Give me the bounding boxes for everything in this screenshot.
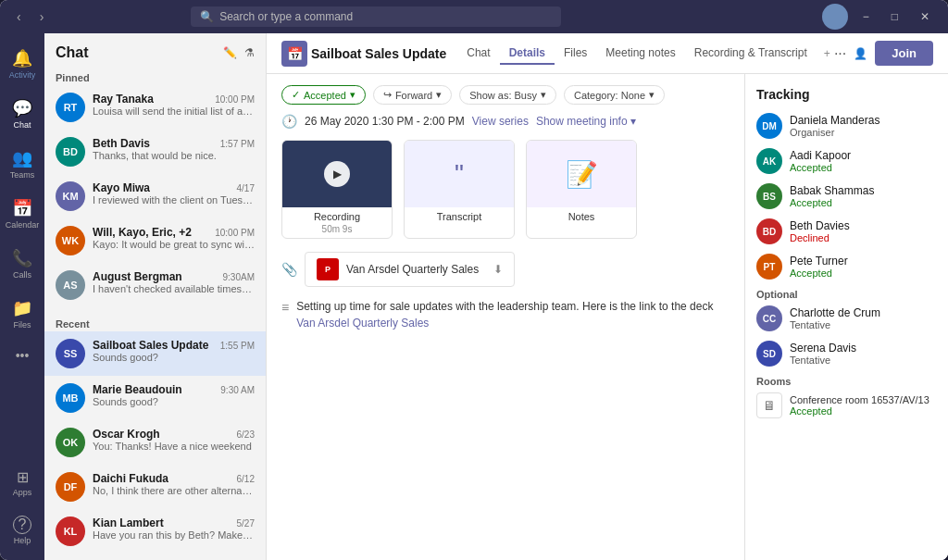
tab-meetingnotes[interactable]: Meeting notes [596, 43, 684, 65]
list-item[interactable]: RT Ray Tanaka 10:00 PM Louisa will send … [44, 85, 266, 130]
forward-label: Forward [395, 90, 432, 101]
sidebar-label-chat: Chat [13, 120, 31, 130]
sidebar-item-chat[interactable]: 💬 Chat [0, 91, 44, 137]
join-button[interactable]: Join [875, 41, 933, 66]
chat-time: 4/17 [237, 183, 255, 193]
chat-name: Kian Lambert [93, 516, 164, 529]
person-name: Aadi Kapoor [790, 149, 851, 162]
sidebar-item-teams[interactable]: 👥 Teams [0, 141, 44, 187]
sidebar-item-apps[interactable]: ⊞ Apps [0, 461, 44, 504]
tab-files[interactable]: Files [555, 43, 596, 65]
sidebar-label-files: Files [13, 320, 31, 330]
notes-card[interactable]: 📝 Notes [526, 140, 637, 239]
message-link[interactable]: Van Arsdel Quarterly Sales [296, 317, 429, 330]
restore-button[interactable]: □ [884, 8, 905, 25]
sidebar-label-activity: Activity [9, 70, 36, 80]
compose-icon[interactable]: ✏️ [223, 46, 237, 59]
play-button[interactable]: ▶ [324, 161, 350, 187]
chat-info: Marie Beaudouin 9:30 AM Sounds good? [93, 383, 255, 407]
list-item[interactable]: DF Daichi Fukuda 6/12 No, I think there … [44, 465, 266, 509]
attachment-file[interactable]: P Van Arsdel Quarterly Sales ⬇ [305, 252, 515, 287]
sidebar-item-more[interactable]: ••• [0, 341, 44, 370]
attachment-row: 📎 P Van Arsdel Quarterly Sales ⬇ [281, 252, 730, 287]
recording-thumb: ▶ [281, 141, 393, 207]
sidebar-item-files[interactable]: 📁 Files [0, 291, 44, 337]
meeting-tabs: ChatDetailsFilesMeeting notesRecording &… [457, 43, 817, 65]
chat-info: Oscar Krogh 6/23 You: Thanks! Have a nic… [93, 428, 255, 452]
chat-icon: 💬 [12, 98, 32, 118]
avatar: BS [756, 183, 782, 209]
transcript-card[interactable]: " Transcript [404, 140, 515, 239]
list-item[interactable]: TD Team Design Effort 5/2 Reta: Let's se… [44, 554, 266, 561]
chat-time: 10:00 PM [215, 228, 255, 238]
sidebar-item-help[interactable]: ? Help [0, 508, 44, 553]
list-item[interactable]: MB Marie Beaudouin 9:30 AM Sounds good? [44, 376, 266, 420]
list-item[interactable]: KM Kayo Miwa 4/17 I reviewed with the cl… [44, 174, 266, 218]
search-bar[interactable]: 🔍 Search or type a command [191, 6, 561, 27]
list-item[interactable]: AS August Bergman 9:30AM I haven't check… [44, 263, 266, 307]
recording-card[interactable]: ▶ Recording 50m 9s [281, 140, 393, 239]
forward-pill[interactable]: ↪ Forward ▾ [373, 85, 452, 105]
list-icon: ≡ [281, 300, 289, 315]
avatar: KL [56, 516, 85, 546]
accepted-label: Accepted [304, 90, 346, 101]
more-options-button[interactable]: ··· [834, 45, 846, 62]
list-item[interactable]: OK Oscar Krogh 6/23 You: Thanks! Have a … [44, 420, 266, 465]
add-tab-button[interactable]: + [824, 47, 830, 60]
chat-name: Ray Tanaka [93, 93, 154, 106]
accepted-pill[interactable]: ✓ Accepted ▾ [281, 85, 366, 105]
chat-preview: Sounds good? [93, 396, 255, 407]
time-row: 🕐 26 May 2020 1:30 PM - 2:00 PM View ser… [281, 114, 730, 129]
sidebar-label-calendar: Calendar [6, 220, 40, 230]
sidebar-item-calendar[interactable]: 📅 Calendar [0, 191, 44, 237]
tab-details[interactable]: Details [500, 43, 555, 65]
forward-button[interactable]: › [34, 7, 50, 26]
tab-chat[interactable]: Chat [457, 43, 499, 65]
avatar: MB [56, 383, 85, 413]
close-button[interactable]: ✕ [913, 8, 937, 25]
pinned-chat-list: RT Ray Tanaka 10:00 PM Louisa will send … [44, 85, 266, 315]
tracking-person: BD Beth Davies Declined [756, 218, 937, 244]
title-bar-nav: ‹ › [11, 7, 49, 26]
transcript-sub [458, 224, 461, 238]
search-placeholder: Search or type a command [219, 10, 353, 23]
avatar: KM [56, 181, 85, 211]
back-button[interactable]: ‹ [11, 7, 27, 26]
chat-name: Will, Kayo, Eric, +2 [93, 226, 192, 239]
person-status: Tentative [790, 355, 856, 366]
sidebar-item-activity[interactable]: 🔔 Activity [0, 41, 44, 87]
chat-preview: No, I think there are other alternatives… [93, 485, 255, 496]
filter-icon[interactable]: ⚗ [244, 46, 255, 59]
list-item[interactable]: KL Kian Lambert 5/27 Have you ran this b… [44, 509, 266, 554]
show-meeting-info-link[interactable]: Show meeting info ▾ [536, 115, 636, 128]
recent-label: Recent [44, 315, 266, 331]
category-pill[interactable]: Category: None ▾ [564, 85, 665, 105]
person-status: Accepted [790, 197, 874, 208]
chat-preview: You: Thanks! Have a nice weekend [93, 441, 255, 452]
files-icon: 📁 [12, 298, 32, 318]
optional-label: Optional [756, 289, 937, 300]
chat-time: 6/12 [237, 474, 255, 484]
chat-info: Daichi Fukuda 6/12 No, I think there are… [93, 472, 255, 496]
activity-icon: 🔔 [12, 48, 32, 68]
sidebar-item-calls[interactable]: 📞 Calls [0, 241, 44, 287]
list-item[interactable]: WK Will, Kayo, Eric, +2 10:00 PM Kayo: I… [44, 218, 266, 263]
tracking-panel: Tracking DM Daniela Manderas Organiser A… [744, 74, 948, 560]
chat-name: Oscar Krogh [93, 428, 160, 441]
show-as-pill[interactable]: Show as: Busy ▾ [459, 85, 556, 105]
sidebar-label-apps: Apps [13, 488, 32, 497]
minimize-button[interactable]: − [855, 8, 877, 25]
notes-sub [580, 224, 583, 238]
chat-preview: I reviewed with the client on Tuesda... [93, 194, 255, 205]
list-item[interactable]: SS Sailboat Sales Update 1:55 PM Sounds … [44, 331, 266, 376]
user-avatar[interactable] [822, 4, 848, 30]
tab-recording[interactable]: Recording & Transcript [685, 43, 817, 65]
view-series-link[interactable]: View series [472, 115, 529, 128]
avatar: CC [756, 305, 782, 331]
list-item[interactable]: BD Beth Davis 1:57 PM Thanks, that would… [44, 130, 266, 174]
people-icon[interactable]: 👤 [854, 47, 867, 60]
rooms-list: 🖥 Conference room 16537/AV/13 Accepted [756, 392, 937, 418]
avatar: AK [756, 148, 782, 174]
tracking-person: SD Serena Davis Tentative [756, 341, 937, 367]
download-icon[interactable]: ⬇ [493, 263, 503, 276]
